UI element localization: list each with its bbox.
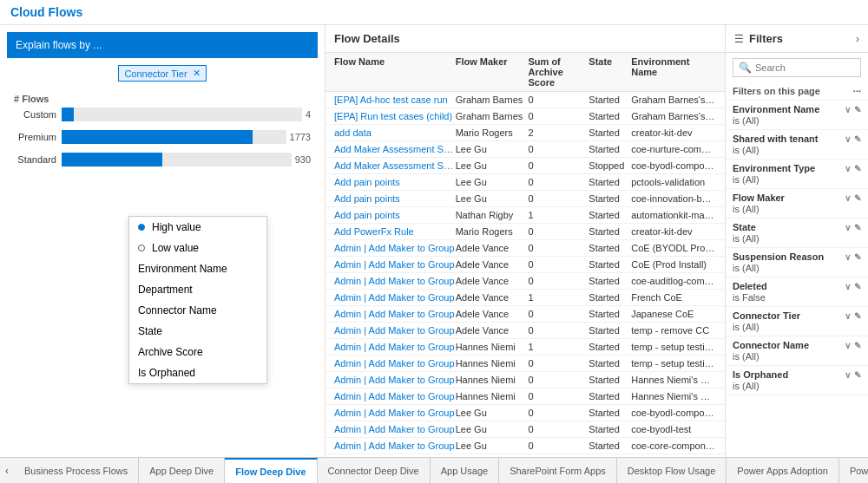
tab-sharepoint-form-apps[interactable]: SharePoint Form Apps (499, 458, 617, 483)
filter-toggle-icon[interactable]: ∨ (845, 193, 851, 203)
tab-flow-deep-dive[interactable]: Flow Deep Dive (225, 458, 317, 483)
flow-env-cell: creator-kit-dev (631, 127, 716, 138)
dropdown-label-envname: Environment Name (138, 263, 227, 275)
tab-desktop-flow-usage[interactable]: Desktop Flow Usage (617, 458, 727, 483)
dropdown-item-connname[interactable]: Connector Name (129, 300, 266, 321)
dropdown-item-archive[interactable]: Archive Score (129, 342, 266, 362)
table-row: Admin | Add Maker to Group Adele Vance 1… (326, 290, 725, 306)
chart-label-premium: Premium (14, 132, 62, 142)
filter-toggle-icon[interactable]: ∨ (845, 252, 851, 262)
tab-connector-deep-dive[interactable]: Connector Deep Dive (318, 458, 431, 483)
col-state: State (589, 56, 631, 88)
filter-edit-icon[interactable]: ✎ (854, 105, 861, 114)
flow-state-cell: Started (589, 210, 631, 220)
dropdown-item-highvalue[interactable]: High value (129, 217, 266, 238)
filter-toggle-icon[interactable]: ∨ (845, 341, 851, 350)
dropdown-item-lowvalue[interactable]: Low value (129, 238, 266, 258)
flow-name-cell[interactable]: Admin | Add Maker to Group (334, 391, 456, 401)
filter-toggle-icon[interactable]: ∨ (845, 223, 851, 232)
flow-name-cell[interactable]: [EPA] Ad-hoc test case run (334, 95, 456, 105)
flow-name-cell[interactable]: Admin | Add Maker to Group (334, 408, 456, 418)
filter-edit-icon[interactable]: ✎ (854, 311, 861, 321)
dropdown-label-dept: Department (138, 284, 193, 296)
search-box[interactable]: 🔍 (733, 58, 861, 77)
search-input[interactable] (755, 62, 868, 73)
table-row: Add Maker Assessment Starter Data Lee Gu… (326, 141, 725, 158)
filter-toggle-icon[interactable]: ∨ (845, 311, 851, 321)
flow-env-cell: coe-core-components-dev (631, 441, 716, 451)
flow-name-cell[interactable]: Add Maker Assessment Starter Data (334, 160, 456, 171)
flow-score-cell: 0 (528, 375, 589, 385)
flow-name-cell[interactable]: Admin | Add Maker to Group (334, 259, 456, 270)
flow-state-cell: Started (589, 95, 631, 105)
flow-name-cell[interactable]: Admin | Add Maker to Group (334, 375, 456, 385)
left-panel: Explain flows by ... Connector Tier ✕ # … (0, 25, 326, 457)
tab-business-process-flows[interactable]: Business Process Flows (14, 458, 139, 483)
connector-tier-close[interactable]: ✕ (193, 68, 201, 79)
flow-name-cell[interactable]: Admin | Add Maker to Group (334, 358, 456, 369)
filter-edit-icon[interactable]: ✎ (854, 223, 861, 232)
table-row: [EPA] Ad-hoc test case run Graham Barnes… (326, 92, 725, 108)
filter-edit-icon[interactable]: ✎ (854, 134, 861, 144)
tab-app-deep-dive[interactable]: App Deep Dive (139, 458, 225, 483)
filter-edit-icon[interactable]: ✎ (854, 282, 861, 291)
filters-body: Environment Name ∨ ✎ is (All) Shared wit… (726, 101, 868, 457)
flow-name-cell[interactable]: add data (334, 127, 456, 138)
flow-name-cell[interactable]: Admin | Add Maker to Group (334, 441, 456, 451)
flow-name-cell[interactable]: Admin | Add Maker to Group (334, 309, 456, 319)
flow-name-cell[interactable]: Admin | Add Maker to Group (334, 424, 456, 434)
tab-prev-btn[interactable]: ‹ (0, 458, 14, 483)
table-row: [EPA] Run test cases (child) Graham Barn… (326, 108, 725, 125)
filter-toggle-icon[interactable]: ∨ (845, 282, 851, 291)
flow-name-cell[interactable]: [EPA] Run test cases (child) (334, 111, 456, 121)
filter-edit-icon[interactable]: ✎ (854, 193, 861, 203)
flow-name-cell[interactable]: Admin | Add Maker to Group (334, 325, 456, 336)
chart-value-custom: 4 (306, 109, 311, 120)
filter-value: is (All) (733, 115, 861, 126)
filter-toggle-icon[interactable]: ∨ (845, 105, 851, 114)
tab-app-usage[interactable]: App Usage (431, 458, 499, 483)
flow-maker-cell: Lee Gu (456, 160, 529, 171)
filters-more-icon[interactable]: ··· (853, 86, 861, 96)
filter-edit-icon[interactable]: ✎ (854, 341, 861, 350)
flow-name-cell[interactable]: Admin | Add Maker to Group (334, 243, 456, 253)
filter-toggle-icon[interactable]: ∨ (845, 370, 851, 380)
flow-name-cell[interactable]: Add pain points (334, 210, 456, 220)
flow-name-cell[interactable]: Admin | Add Maker to Group (334, 276, 456, 286)
flow-details-header: Flow Details (326, 25, 725, 53)
flow-name-cell[interactable]: Add pain points (334, 193, 456, 204)
main-content: Explain flows by ... Connector Tier ✕ # … (0, 25, 868, 457)
table-row: Add pain points Lee Gu 0 Started coe-inn… (326, 191, 725, 207)
filter-item: Connector Name ∨ ✎ is (All) (726, 336, 868, 366)
connector-tier-tag[interactable]: Connector Tier ✕ (118, 65, 206, 82)
tab-power[interactable]: Power (839, 458, 868, 483)
filter-edit-icon[interactable]: ✎ (854, 252, 861, 262)
filter-value: is (All) (733, 204, 861, 214)
flow-env-cell: coe-auditlog-components-dev (631, 276, 716, 286)
flow-name-cell[interactable]: Add PowerFx Rule (334, 226, 456, 237)
filter-edit-icon[interactable]: ✎ (854, 370, 861, 380)
dropdown-item-orphaned[interactable]: Is Orphaned (129, 362, 266, 383)
flow-name-cell[interactable]: Add pain points (334, 177, 456, 187)
filter-name: Deleted (733, 281, 767, 291)
flow-name-cell[interactable]: Admin | Add Maker to Group (334, 292, 456, 303)
tab-power-apps-adoption[interactable]: Power Apps Adoption (727, 458, 839, 483)
filters-chevron-icon[interactable]: › (856, 33, 859, 45)
flow-name-cell[interactable]: Admin | Add Maker to Group (334, 342, 456, 352)
filter-toggle-icon[interactable]: ∨ (845, 164, 851, 173)
table-row: Admin | Add Maker to Group Adele Vance 0… (326, 240, 725, 257)
flow-maker-cell: Graham Barnes (456, 111, 529, 121)
filter-edit-icon[interactable]: ✎ (854, 164, 861, 173)
dropdown-item-dept[interactable]: Department (129, 279, 266, 300)
dropdown-item-state[interactable]: State (129, 321, 266, 342)
flow-score-cell: 0 (528, 325, 589, 336)
dropdown-item-envname[interactable]: Environment Name (129, 258, 266, 279)
flow-maker-cell: Lee Gu (456, 441, 529, 451)
table-row: Add pain points Lee Gu 0 Started pctools… (326, 174, 725, 191)
right-panel: ☰ Filters › 🔍 Filters on this page ··· E… (725, 25, 868, 457)
flow-maker-cell: Hannes Niemi (456, 375, 529, 385)
flow-state-cell: Started (589, 259, 631, 270)
filter-toggle-icon[interactable]: ∨ (845, 134, 851, 144)
flow-state-cell: Started (589, 375, 631, 385)
flow-name-cell[interactable]: Add Maker Assessment Starter Data (334, 144, 456, 154)
